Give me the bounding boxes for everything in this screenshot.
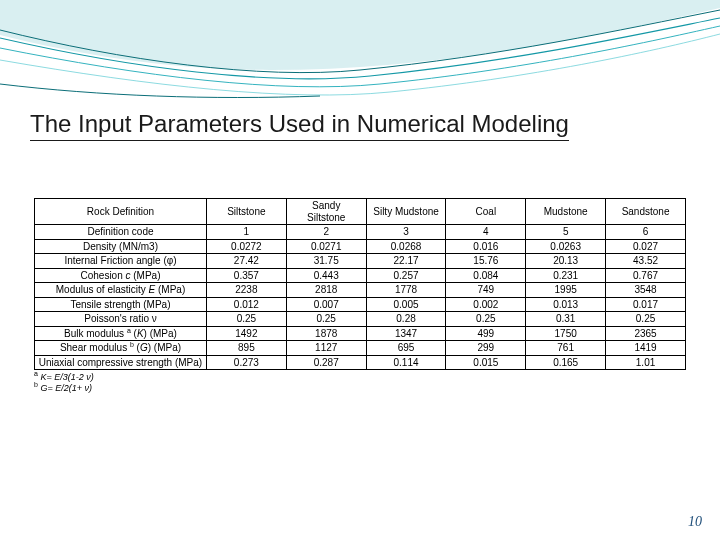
column-header: Coal bbox=[446, 199, 526, 225]
row-label: Uniaxial compressive strength (MPa) bbox=[35, 355, 207, 370]
column-header: Sandstone bbox=[606, 199, 686, 225]
table-cell: 0.007 bbox=[286, 297, 366, 312]
row-label: Shear modulus b (G) (MPa) bbox=[35, 341, 207, 356]
table-cell: 0.0272 bbox=[206, 239, 286, 254]
table-cell: 1.01 bbox=[606, 355, 686, 370]
table-cell: 0.027 bbox=[606, 239, 686, 254]
footnote: b G= E/2(1+ ν) bbox=[34, 383, 686, 394]
table-row: Tensile strength (MPa)0.0120.0070.0050.0… bbox=[35, 297, 686, 312]
table-row: Poisson's ratio ν0.250.250.280.250.310.2… bbox=[35, 312, 686, 327]
table-row: Shear modulus b (G) (MPa)895112769529976… bbox=[35, 341, 686, 356]
table-cell: 2238 bbox=[206, 283, 286, 298]
table-row: Modulus of elasticity E (MPa)22382818177… bbox=[35, 283, 686, 298]
page-title: The Input Parameters Used in Numerical M… bbox=[30, 110, 569, 141]
table-cell: 0.005 bbox=[366, 297, 446, 312]
row-label: Internal Friction angle (φ) bbox=[35, 254, 207, 269]
table-cell: 0.443 bbox=[286, 268, 366, 283]
table-cell: 0.015 bbox=[446, 355, 526, 370]
table-row: Cohesion c (MPa)0.3570.4430.2570.0840.23… bbox=[35, 268, 686, 283]
table-cell: 0.0268 bbox=[366, 239, 446, 254]
footnote: a K= E/3(1-2 ν) bbox=[34, 372, 686, 383]
table-cell: 1878 bbox=[286, 326, 366, 341]
table-cell: 2365 bbox=[606, 326, 686, 341]
table-cell: 22.17 bbox=[366, 254, 446, 269]
row-label: Bulk modulus a (K) (MPa) bbox=[35, 326, 207, 341]
table-cell: 1750 bbox=[526, 326, 606, 341]
table-row: Internal Friction angle (φ)27.4231.7522.… bbox=[35, 254, 686, 269]
table-cell: 6 bbox=[606, 225, 686, 240]
row-header-label: Rock Definition bbox=[35, 199, 207, 225]
table-cell: 0.31 bbox=[526, 312, 606, 327]
table-cell: 0.28 bbox=[366, 312, 446, 327]
table-cell: 0.012 bbox=[206, 297, 286, 312]
table-cell: 0.114 bbox=[366, 355, 446, 370]
row-label: Modulus of elasticity E (MPa) bbox=[35, 283, 207, 298]
table-cell: 0.273 bbox=[206, 355, 286, 370]
table-row: Definition code123456 bbox=[35, 225, 686, 240]
table-cell: 5 bbox=[526, 225, 606, 240]
row-label: Poisson's ratio ν bbox=[35, 312, 207, 327]
table-cell: 0.231 bbox=[526, 268, 606, 283]
table-row: Density (MN/m3)0.02720.02710.02680.0160.… bbox=[35, 239, 686, 254]
table-cell: 1347 bbox=[366, 326, 446, 341]
row-label: Definition code bbox=[35, 225, 207, 240]
table-cell: 0.25 bbox=[606, 312, 686, 327]
table-cell: 1995 bbox=[526, 283, 606, 298]
table-footnotes: a K= E/3(1-2 ν)b G= E/2(1+ ν) bbox=[34, 372, 686, 395]
row-label: Tensile strength (MPa) bbox=[35, 297, 207, 312]
table-header-row: Rock Definition SiltstoneSandySiltstoneS… bbox=[35, 199, 686, 225]
table-cell: 0.25 bbox=[286, 312, 366, 327]
table-cell: 0.0271 bbox=[286, 239, 366, 254]
table-cell: 0.257 bbox=[366, 268, 446, 283]
table-cell: 0.25 bbox=[206, 312, 286, 327]
table-cell: 3548 bbox=[606, 283, 686, 298]
table-cell: 695 bbox=[366, 341, 446, 356]
table-row: Bulk modulus a (K) (MPa)1492187813474991… bbox=[35, 326, 686, 341]
table-cell: 1492 bbox=[206, 326, 286, 341]
table-cell: 0.0263 bbox=[526, 239, 606, 254]
table-cell: 0.767 bbox=[606, 268, 686, 283]
table-cell: 0.016 bbox=[446, 239, 526, 254]
table-cell: 43.52 bbox=[606, 254, 686, 269]
table-cell: 761 bbox=[526, 341, 606, 356]
page-number: 10 bbox=[688, 514, 702, 530]
table-cell: 0.002 bbox=[446, 297, 526, 312]
table-cell: 0.017 bbox=[606, 297, 686, 312]
parameters-table-container: Rock Definition SiltstoneSandySiltstoneS… bbox=[34, 198, 686, 395]
column-header: SandySiltstone bbox=[286, 199, 366, 225]
table-cell: 2818 bbox=[286, 283, 366, 298]
table-cell: 20.13 bbox=[526, 254, 606, 269]
row-label: Cohesion c (MPa) bbox=[35, 268, 207, 283]
decorative-wave bbox=[0, 0, 720, 110]
table-cell: 0.25 bbox=[446, 312, 526, 327]
column-header: Silty Mudstone bbox=[366, 199, 446, 225]
table-cell: 3 bbox=[366, 225, 446, 240]
table-cell: 499 bbox=[446, 326, 526, 341]
table-cell: 1419 bbox=[606, 341, 686, 356]
table-cell: 749 bbox=[446, 283, 526, 298]
table-cell: 1778 bbox=[366, 283, 446, 298]
table-cell: 1127 bbox=[286, 341, 366, 356]
row-label: Density (MN/m3) bbox=[35, 239, 207, 254]
table-cell: 299 bbox=[446, 341, 526, 356]
table-cell: 31.75 bbox=[286, 254, 366, 269]
table-cell: 2 bbox=[286, 225, 366, 240]
table-cell: 1 bbox=[206, 225, 286, 240]
column-header: Mudstone bbox=[526, 199, 606, 225]
table-cell: 0.287 bbox=[286, 355, 366, 370]
table-cell: 0.013 bbox=[526, 297, 606, 312]
table-cell: 0.084 bbox=[446, 268, 526, 283]
table-cell: 0.165 bbox=[526, 355, 606, 370]
table-row: Uniaxial compressive strength (MPa)0.273… bbox=[35, 355, 686, 370]
table-cell: 4 bbox=[446, 225, 526, 240]
column-header: Siltstone bbox=[206, 199, 286, 225]
table-cell: 27.42 bbox=[206, 254, 286, 269]
table-cell: 0.357 bbox=[206, 268, 286, 283]
table-cell: 15.76 bbox=[446, 254, 526, 269]
table-cell: 895 bbox=[206, 341, 286, 356]
parameters-table: Rock Definition SiltstoneSandySiltstoneS… bbox=[34, 198, 686, 370]
